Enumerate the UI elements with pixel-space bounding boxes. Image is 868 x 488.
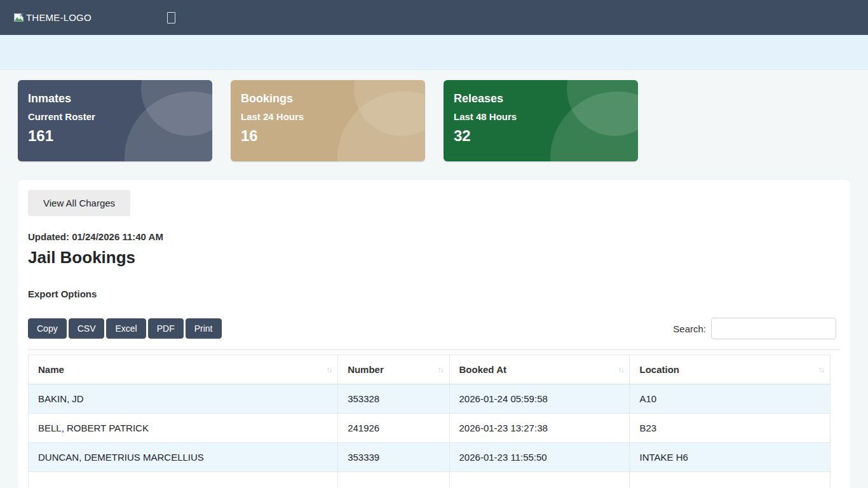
cell-booked-at: 2026-01-23 11:55:50	[449, 443, 630, 472]
stat-subtitle: Last 48 Hours	[454, 111, 628, 122]
csv-button[interactable]: CSV	[69, 318, 105, 339]
table-search: Search:	[673, 318, 836, 339]
stat-subtitle: Last 24 Hours	[241, 111, 415, 122]
view-all-charges-button[interactable]: View All Charges	[28, 190, 130, 216]
stat-title: Releases	[454, 92, 628, 105]
table-toolbar: Copy CSV Excel PDF Print Search:	[28, 318, 840, 339]
sort-icon: ↑↓	[618, 365, 623, 374]
column-header-name[interactable]: Name ↑↓	[29, 355, 338, 384]
sort-icon: ↑↓	[326, 365, 331, 374]
bookings-table-wrap: Name ↑↓ Number ↑↓ Booked At ↑↓ Location …	[28, 349, 840, 488]
hero-band	[0, 35, 868, 70]
column-header-label: Name	[38, 364, 64, 375]
stat-subtitle: Current Roster	[28, 111, 202, 122]
cell-location: A10	[630, 384, 831, 414]
cell-booked-at: 2026-01-23 13:27:38	[449, 414, 630, 443]
cell-number: 241926	[338, 414, 449, 443]
column-header-label: Booked At	[459, 364, 506, 375]
column-header-location[interactable]: Location ↑↓	[630, 355, 831, 384]
column-header-booked-at[interactable]: Booked At ↑↓	[449, 355, 630, 384]
column-header-label: Location	[639, 364, 679, 375]
column-header-number[interactable]: Number ↑↓	[338, 355, 449, 384]
stat-value: 161	[28, 127, 202, 145]
bookings-panel: View All Charges Updated: 01/24/2026 11:…	[18, 180, 850, 488]
cell-name: DUNCAN, DEMETRIUS MARCELLIUS	[29, 443, 338, 472]
cell-location: B23	[630, 414, 831, 443]
search-input[interactable]	[711, 318, 836, 339]
broken-image-icon	[14, 13, 25, 22]
export-options-label: Export Options	[28, 288, 840, 299]
stat-card-inmates: Inmates Current Roster 161	[18, 80, 212, 161]
sort-icon: ↑↓	[438, 365, 443, 374]
table-row: BAKIN, JD 353328 2026-01-24 05:59:58 A10	[29, 384, 831, 414]
cell-name: BELL, ROBERT PATRICK	[29, 414, 338, 443]
search-label: Search:	[673, 323, 706, 334]
updated-timestamp: Updated: 01/24/2026 11:40 AM	[28, 231, 840, 242]
stat-card-bookings: Bookings Last 24 Hours 16	[231, 80, 425, 161]
stat-title: Bookings	[241, 92, 415, 105]
cell-location	[630, 472, 831, 488]
copy-button[interactable]: Copy	[28, 318, 67, 339]
table-row: BELL, ROBERT PATRICK 241926 2026-01-23 1…	[29, 414, 831, 443]
cell-name: BAKIN, JD	[29, 384, 338, 414]
cell-location: INTAKE H6	[630, 443, 831, 472]
cell-number	[338, 472, 449, 488]
pdf-button[interactable]: PDF	[148, 318, 184, 339]
cell-name	[29, 472, 338, 488]
table-header-row: Name ↑↓ Number ↑↓ Booked At ↑↓ Location …	[29, 355, 831, 384]
stat-value: 32	[454, 127, 628, 145]
table-row: DUNCAN, DEMETRIUS MARCELLIUS 353339 2026…	[29, 443, 831, 472]
top-navbar: THEME-LOGO	[0, 0, 868, 35]
export-button-group: Copy CSV Excel PDF Print	[28, 318, 222, 339]
stat-title: Inmates	[28, 92, 202, 105]
column-header-label: Number	[348, 364, 384, 375]
cell-number: 353339	[338, 443, 449, 472]
stat-card-releases: Releases Last 48 Hours 32	[444, 80, 638, 161]
cell-booked-at	[449, 472, 630, 488]
excel-button[interactable]: Excel	[106, 318, 146, 339]
menu-toggle-icon[interactable]	[167, 12, 175, 24]
table-row	[29, 472, 831, 488]
page-title: Jail Bookings	[28, 248, 840, 268]
stats-row: Inmates Current Roster 161 Bookings Last…	[0, 70, 868, 161]
cell-booked-at: 2026-01-24 05:59:58	[449, 384, 630, 414]
cell-number: 353328	[338, 384, 449, 414]
sort-icon: ↑↓	[818, 365, 824, 374]
stat-value: 16	[241, 127, 415, 145]
print-button[interactable]: Print	[186, 318, 222, 339]
brand-logo[interactable]: THEME-LOGO	[14, 12, 92, 23]
brand-logo-text: THEME-LOGO	[26, 12, 92, 23]
bookings-table: Name ↑↓ Number ↑↓ Booked At ↑↓ Location …	[28, 355, 831, 488]
